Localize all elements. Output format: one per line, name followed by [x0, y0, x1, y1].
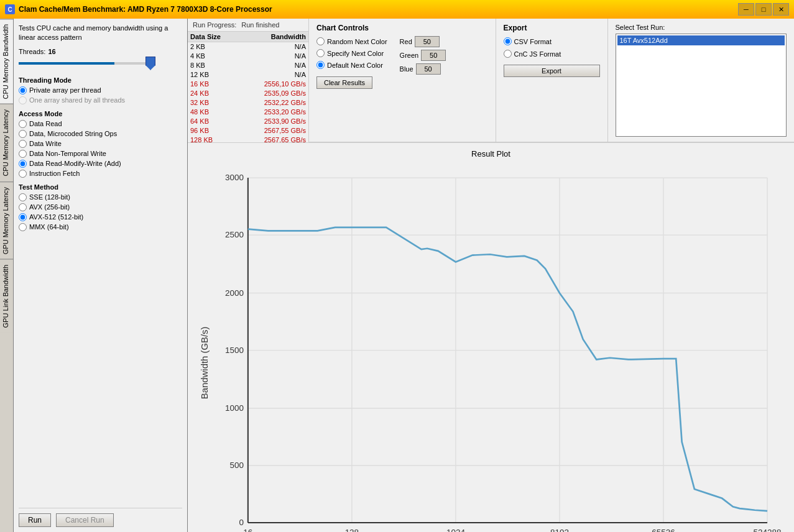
method-avx-label: AVX (256-bit): [29, 203, 70, 211]
method-mmx[interactable]: MMX (64-bit): [19, 223, 182, 231]
test-method-label: Test Method: [19, 183, 182, 191]
table-row[interactable]: 12 KBN/A: [188, 70, 308, 80]
run-button[interactable]: Run: [19, 513, 51, 527]
method-avx512[interactable]: AVX-512 (512-bit): [19, 213, 182, 221]
export-cnc[interactable]: CnC JS Format: [504, 50, 600, 58]
color-default-label: Default Next Color: [327, 62, 383, 69]
color-random-label: Random Next Color: [327, 38, 387, 45]
method-avx512-label: AVX-512 (512-bit): [29, 213, 83, 221]
svg-text:8192: 8192: [550, 528, 569, 532]
svg-text:500: 500: [230, 461, 244, 470]
threads-row: Threads: 16: [19, 48, 182, 55]
access-readmodifywrite[interactable]: Data Read-Modify-Write (Add): [19, 160, 182, 168]
threading-option-1: One array shared by all threads: [19, 96, 182, 104]
table-row[interactable]: 8 KBN/A: [188, 61, 308, 70]
cell-size: 24 KB: [188, 89, 245, 98]
cell-size: 16 KB: [188, 80, 245, 89]
table-row[interactable]: 2 KBN/A: [188, 42, 308, 52]
table-row[interactable]: 96 KB2567,55 GB/s: [188, 126, 308, 135]
data-table: Data Size Bandwidth 2 KBN/A4 KBN/A8 KBN/…: [188, 32, 308, 142]
threads-slider[interactable]: [19, 62, 155, 65]
red-input[interactable]: [415, 36, 440, 47]
svg-text:65536: 65536: [652, 528, 675, 532]
table-row[interactable]: 128 KB2567,65 GB/s: [188, 135, 308, 143]
table-row[interactable]: 48 KB2533,20 GB/s: [188, 108, 308, 117]
chart-title: Result Plot: [198, 149, 784, 158]
vtab-gpu-memory-latency[interactable]: GPU Memory Latency: [0, 181, 13, 259]
main-container: CPU Memory Bandwidth CPU Memory Latency …: [0, 19, 794, 532]
maximize-button[interactable]: □: [755, 3, 772, 16]
test-listbox[interactable]: 16T Avx512Add: [616, 34, 787, 137]
access-nontemporal[interactable]: Data Non-Temporal Write: [19, 150, 182, 158]
table-section: Run Progress: Run finished Data Size Ban…: [188, 19, 309, 142]
table-row[interactable]: 24 KB2535,09 GB/s: [188, 89, 308, 98]
table-row[interactable]: 64 KB2533,90 GB/s: [188, 117, 308, 126]
rgb-controls: Red Green Blue: [400, 36, 446, 89]
cell-size: 8 KB: [188, 61, 245, 70]
threading-option-0[interactable]: Private array per thread: [19, 86, 182, 94]
threading-option-1-label: One array shared by all threads: [29, 96, 125, 104]
cell-bandwidth: 2556,10 GB/s: [245, 80, 308, 89]
access-instruction-fetch[interactable]: Instruction Fetch: [19, 170, 182, 178]
access-data-read-label: Data Read: [29, 120, 62, 127]
method-sse[interactable]: SSE (128-bit): [19, 193, 182, 201]
threading-mode-label: Threading Mode: [19, 76, 182, 84]
table-row[interactable]: 32 KB2532,22 GB/s: [188, 98, 308, 108]
close-button[interactable]: ✕: [773, 3, 789, 16]
vtab-cpu-memory-latency[interactable]: CPU Memory Latency: [0, 104, 13, 181]
export-csv-label: CSV Format: [514, 38, 552, 45]
run-progress-row: Run Progress: Run finished: [188, 19, 308, 32]
color-default[interactable]: Default Next Color: [316, 61, 387, 69]
cell-bandwidth: 2533,20 GB/s: [245, 108, 308, 117]
blue-label: Blue: [400, 65, 413, 73]
access-data-read[interactable]: Data Read: [19, 120, 182, 128]
cell-bandwidth: 2567,55 GB/s: [245, 126, 308, 135]
color-specify[interactable]: Specify Next Color: [316, 49, 387, 57]
test-run-item[interactable]: 16T Avx512Add: [617, 35, 785, 45]
left-panel-bottom: Run Cancel Run: [19, 508, 182, 527]
controls-row-container: Chart Controls Random Next Color Specify…: [309, 19, 794, 142]
green-row: Green: [400, 50, 446, 61]
svg-text:Bandwidth (GB/s): Bandwidth (GB/s): [200, 327, 210, 400]
export-cnc-label: CnC JS Format: [514, 50, 561, 58]
green-input[interactable]: [421, 50, 446, 61]
run-progress-status: Run finished: [241, 21, 279, 29]
cell-size: 4 KB: [188, 52, 245, 61]
svg-text:1024: 1024: [446, 528, 465, 532]
color-specify-label: Specify Next Color: [327, 50, 384, 57]
select-test-section: Select Test Run: 16T Avx512Add: [607, 19, 795, 142]
description-text: Tests CPU cache and memory bandwidth usi…: [19, 24, 182, 43]
chart-container: Bandwidth (GB/s) 0 500 1000: [198, 161, 784, 532]
controls-export-area: Chart Controls Random Next Color Specify…: [309, 19, 794, 142]
data-table-wrapper[interactable]: Data Size Bandwidth 2 KBN/A4 KBN/A8 KBN/…: [188, 32, 308, 142]
cell-size: 32 KB: [188, 98, 245, 108]
right-area: Run Progress: Run finished Data Size Ban…: [188, 19, 794, 532]
method-avx[interactable]: AVX (256-bit): [19, 203, 182, 211]
export-button[interactable]: Export: [504, 65, 600, 77]
clear-results-button[interactable]: Clear Results: [316, 76, 372, 89]
cancel-run-button[interactable]: Cancel Run: [56, 513, 114, 527]
blue-row: Blue: [400, 63, 446, 75]
cell-size: 128 KB: [188, 135, 245, 143]
vtab-gpu-link-bandwidth[interactable]: GPU Link Bandwidth: [0, 259, 13, 333]
table-row[interactable]: 4 KBN/A: [188, 52, 308, 61]
export-csv[interactable]: CSV Format: [504, 37, 600, 45]
cell-size: 96 KB: [188, 126, 245, 135]
color-random[interactable]: Random Next Color: [316, 37, 387, 45]
table-row[interactable]: 16 KB2556,10 GB/s: [188, 80, 308, 89]
svg-text:1500: 1500: [225, 346, 244, 355]
blue-input[interactable]: [416, 63, 441, 75]
access-data-write[interactable]: Data Write: [19, 140, 182, 148]
access-data-write-label: Data Write: [29, 140, 62, 147]
title-bar: C Clam Cache/Mem Benchmark: AMD Ryzen 7 …: [0, 0, 794, 19]
access-microcoded[interactable]: Data, Microcoded String Ops: [19, 130, 182, 138]
svg-text:2500: 2500: [225, 230, 244, 239]
minimize-button[interactable]: ─: [738, 3, 754, 16]
result-plot-svg: Bandwidth (GB/s) 0 500 1000: [198, 161, 784, 532]
chart-area: Result Plot Bandwidth (GB/s): [188, 143, 794, 532]
cell-bandwidth: N/A: [245, 70, 308, 80]
left-panel: Tests CPU cache and memory bandwidth usi…: [14, 19, 188, 532]
method-sse-label: SSE (128-bit): [29, 193, 70, 201]
cell-size: 12 KB: [188, 70, 245, 80]
vtab-cpu-memory-bandwidth[interactable]: CPU Memory Bandwidth: [0, 19, 13, 104]
